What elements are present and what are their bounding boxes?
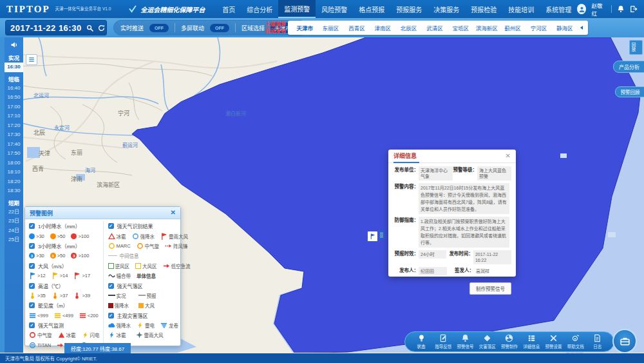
district-tab-beichen[interactable]: 北辰区 [395, 24, 421, 32]
legend-divider: 中间信息 [108, 251, 177, 260]
low-jet-arrow-icon [163, 262, 170, 270]
nav-system-admin[interactable]: 系统管理 [540, 0, 577, 18]
dock-item-detail-info[interactable]: 详细信息 [520, 334, 542, 349]
legend-left-column: 1小时降水（mm） >30 >50 >100 3小时降水（mm） >30 >50… [29, 221, 103, 350]
legend-item: 预报 [138, 292, 156, 299]
checkbox[interactable] [29, 283, 35, 289]
warning-review-button[interactable]: 预警回顾 [615, 86, 644, 97]
dock-item-guidance-feedback[interactable]: 指导反馈 [432, 334, 454, 349]
day-24[interactable]: 24日 [5, 226, 23, 236]
map-label-jinnan: 津南 [71, 175, 82, 183]
district-tab-binhai[interactable]: 滨海新区 [474, 24, 500, 32]
close-icon[interactable]: ✕ [506, 153, 511, 159]
district-tab-ninghe[interactable]: 宁河区 [526, 24, 551, 32]
nav-decision-service[interactable]: 决策服务 [428, 0, 465, 18]
legend-item: >50 [50, 253, 66, 259]
speaker-icon[interactable] [10, 41, 18, 48]
map-label-beiyunhe: 北运河 [33, 92, 49, 99]
refresh-icon[interactable] [98, 25, 105, 32]
dock-item-status[interactable]: 状态 [410, 334, 432, 349]
time-1700[interactable]: 17:00 [5, 103, 23, 112]
district-tab-jinnan[interactable]: 津南区 [370, 24, 395, 32]
live-push-toggle[interactable]: OFF [149, 24, 169, 32]
time-1710[interactable]: 17:10 [5, 112, 23, 121]
dock-item-log[interactable]: 日志 [587, 334, 609, 349]
logout-icon[interactable] [630, 5, 638, 13]
tools-icon [549, 334, 558, 342]
legend-item: 中气旋 [137, 242, 160, 250]
bottom-dock: 状态 指导反馈 预警信号 灾害落区 预警制作 详细信息 预警设置 帮助文档 [404, 331, 614, 352]
checkbox[interactable] [29, 302, 35, 308]
time-1630[interactable]: 16:30 [5, 63, 23, 72]
nav-analysis[interactable]: 综合分析 [241, 0, 278, 18]
checkbox[interactable] [108, 313, 114, 319]
nav-home[interactable]: 首页 [216, 0, 241, 18]
tabs-collapse-icon[interactable] [579, 25, 584, 31]
district-tab-xiqing[interactable]: 西青区 [344, 24, 370, 32]
legend-item: 实况 [108, 292, 126, 299]
datetime-picker[interactable]: 2017-11-22 16:30 [5, 20, 107, 35]
time-1820[interactable]: 18:20 [5, 177, 23, 187]
divider [235, 23, 236, 32]
multi-screen-toggle[interactable]: OFF [210, 24, 229, 32]
district-tab-jizhou[interactable]: 蓟州区 [500, 24, 526, 32]
toolbox-button[interactable] [612, 329, 637, 353]
close-icon[interactable]: ✕ [171, 210, 176, 216]
time-1730[interactable]: 17:30 [5, 130, 23, 140]
search-icon[interactable] [86, 25, 93, 32]
checkbox[interactable] [29, 263, 35, 269]
time-1650[interactable]: 16:50 [5, 93, 23, 103]
avatar[interactable] [577, 4, 586, 14]
make-warning-signal-button[interactable]: 制作预警信号 [469, 282, 511, 295]
district-tab-tianjin[interactable]: 天津市 [292, 24, 317, 32]
checkbox[interactable] [108, 283, 114, 289]
map-label-haihe: 海河 [85, 166, 95, 173]
checkbox[interactable] [29, 243, 35, 249]
checkbox[interactable] [29, 223, 35, 229]
nav-training[interactable]: 技能培训 [502, 0, 540, 18]
time-1810[interactable]: 18:10 [5, 168, 23, 177]
district-tab-dongli[interactable]: 东丽区 [317, 24, 343, 32]
time-1640[interactable]: 16:40 [5, 84, 23, 93]
dock-item-warning-signal[interactable]: 预警信号 [454, 334, 476, 349]
nav-verification[interactable]: 预报检验 [465, 0, 502, 18]
legend-section-title: 强天气识别结果 [117, 222, 153, 230]
legend-item: >12 [29, 272, 46, 279]
legend-header[interactable]: 预警图例 ✕ [25, 207, 180, 219]
map-label-binhai: 滨海新区 [97, 181, 120, 189]
product-analysis-button[interactable]: 产品分析 [613, 61, 644, 73]
dock-item-disaster-zone[interactable]: 灾害落区 [477, 334, 498, 349]
dock-item-help-docs[interactable]: 帮助文档 [565, 334, 587, 349]
checkbox[interactable] [29, 322, 35, 328]
district-tab-baodi[interactable]: 宝坻区 [448, 24, 473, 32]
username[interactable]: 赵敬红 [591, 1, 606, 17]
nav-forecast-service[interactable]: 预报服务 [390, 0, 428, 18]
time-1740[interactable]: 17:40 [5, 140, 23, 150]
wind-flag-icon [367, 231, 378, 242]
legend-item: 中气旋 [29, 331, 52, 338]
layers-button[interactable] [26, 54, 37, 65]
day-25[interactable]: 25日 [5, 235, 23, 245]
time-1830[interactable]: 18:30 [5, 186, 23, 196]
legend-item: >30 [29, 233, 44, 239]
day-23[interactable]: 23日 [5, 217, 23, 226]
dock-item-warning-making[interactable]: 预警制作 [498, 334, 520, 349]
nav-monitor-warning[interactable]: 监测预警 [278, 0, 316, 18]
dialog-header[interactable]: 详细信息 ✕ [388, 150, 516, 163]
dock-item-warning-settings[interactable]: 预警设置 [542, 334, 564, 349]
district-tab-wuqing[interactable]: 武清区 [422, 24, 448, 32]
hail-triangle-outline-icon [108, 233, 115, 240]
time-1800[interactable]: 18:00 [5, 159, 23, 168]
district-tab-jinghai[interactable]: 静海区 [552, 24, 578, 32]
nav-risk[interactable]: 风险预警 [316, 0, 353, 18]
notifications-bell-icon[interactable] [617, 5, 625, 13]
legend-item: 大风 [138, 302, 155, 309]
time-1750[interactable]: 17:50 [5, 149, 23, 159]
day-22[interactable]: 22日 [5, 208, 23, 217]
playback-button[interactable]: 回放 [629, 40, 643, 55]
gale-warning-marker[interactable] [367, 231, 384, 242]
briefcase-icon [620, 336, 630, 347]
checkbox[interactable] [108, 223, 114, 229]
time-1720[interactable]: 17:20 [5, 121, 23, 131]
nav-grid-forecast[interactable]: 格点预报 [353, 0, 390, 18]
